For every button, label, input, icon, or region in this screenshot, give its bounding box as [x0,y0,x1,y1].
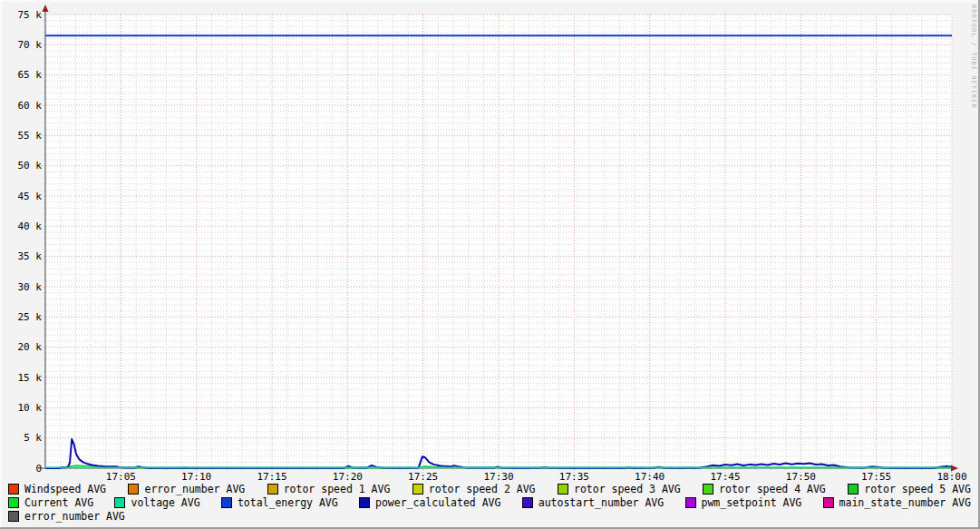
legend-item: main_state_number AVG [823,496,971,509]
legend-color-swatch [8,497,19,508]
legend-item-label: rotor speed 3 AVG [574,483,681,495]
legend-item: Current AVG [8,496,93,509]
legend-item: total_energy AVG [221,496,338,509]
y-axis-tick-label: 5 k [0,432,42,444]
legend-item: rotor speed 2 AVG [412,483,536,495]
legend-item: rotor speed 4 AVG [703,483,826,495]
legend-color-swatch [412,484,423,495]
legend-color-swatch [703,484,713,495]
legend-row: error_number AVG [0,509,980,523]
y-axis-tick-label: 30 k [0,281,42,293]
legend-color-swatch [685,497,696,508]
y-axis-tick-label: 70 k [0,39,42,51]
legend-item-label: error_number AVG [144,483,245,495]
legend-item: power_calculated AVG [359,496,500,509]
legend-item-label: Windspeed AVG [24,483,106,495]
legend-item: rotor speed 5 AVG [848,483,971,495]
y-axis-tick-label: 45 k [0,191,42,202]
y-axis-tick-label: 60 k [0,100,42,112]
legend-item-label: power_calculated AVG [375,496,500,509]
legend-item-label: rotor speed 4 AVG [719,483,826,495]
legend-color-swatch [221,497,232,508]
legend-item: Windspeed AVG [8,483,106,495]
legend-item: error_number AVG [128,483,245,495]
legend-item: autostart_number AVG [522,496,664,509]
y-axis-tick-label: 10 k [0,402,42,414]
legend-item: pwm_setpoint AVG [685,496,802,509]
y-axis-tick-label: 50 k [0,160,42,171]
y-axis-tick-label: 35 k [0,250,42,262]
legend-item: rotor speed 1 AVG [267,483,391,495]
legend-color-swatch [8,511,19,522]
chart-legend: Windspeed AVGerror_number AVGrotor speed… [0,482,980,523]
legend-item-label: main_state_number AVG [839,496,971,509]
chart-canvas [45,15,952,468]
legend-color-swatch [267,484,278,495]
y-axis-arrow-icon [43,5,49,12]
legend-item-label: total_energy AVG [238,496,338,509]
legend-color-swatch [848,484,859,495]
legend-color-swatch [8,484,19,495]
legend-item: rotor speed 3 AVG [558,483,681,495]
y-axis-tick-label: 55 k [0,130,42,142]
legend-color-swatch [359,497,370,508]
y-axis-tick-label: 15 k [0,372,42,384]
legend-item-label: pwm_setpoint AVG [702,496,802,509]
legend-item-label: error_number AVG [24,510,125,523]
legend-row: Windspeed AVGerror_number AVGrotor speed… [0,482,980,495]
legend-color-swatch [823,497,834,508]
y-axis-tick-label: 0 [0,463,42,475]
legend-item-label: rotor speed 5 AVG [864,483,971,495]
legend-item-label: voltage AVG [131,496,199,509]
legend-color-swatch [114,497,125,508]
legend-row: Current AVGvoltage AVGtotal_energy AVGpo… [0,495,980,509]
legend-color-swatch [558,484,568,495]
legend-item-label: rotor speed 2 AVG [429,483,536,495]
y-axis-tick-label: 20 k [0,341,42,353]
y-axis-tick-label: 75 k [0,9,42,21]
rrdtool-watermark: RRDTOOL / TOBI OETIKER [970,5,977,109]
legend-color-swatch [522,497,533,508]
y-axis-tick-label: 65 k [0,69,42,81]
legend-item: voltage AVG [114,496,199,509]
legend-item-label: rotor speed 1 AVG [284,483,391,495]
rrdtool-graph: 05 k10 k15 k20 k25 k30 k35 k40 k45 k50 k… [0,0,980,529]
legend-item-label: autostart_number AVG [539,496,664,509]
legend-item-label: Current AVG [24,496,93,509]
y-axis-tick-label: 40 k [0,220,42,232]
legend-item: error_number AVG [8,510,125,523]
legend-color-swatch [128,484,139,495]
y-axis-tick-label: 25 k [0,311,42,323]
